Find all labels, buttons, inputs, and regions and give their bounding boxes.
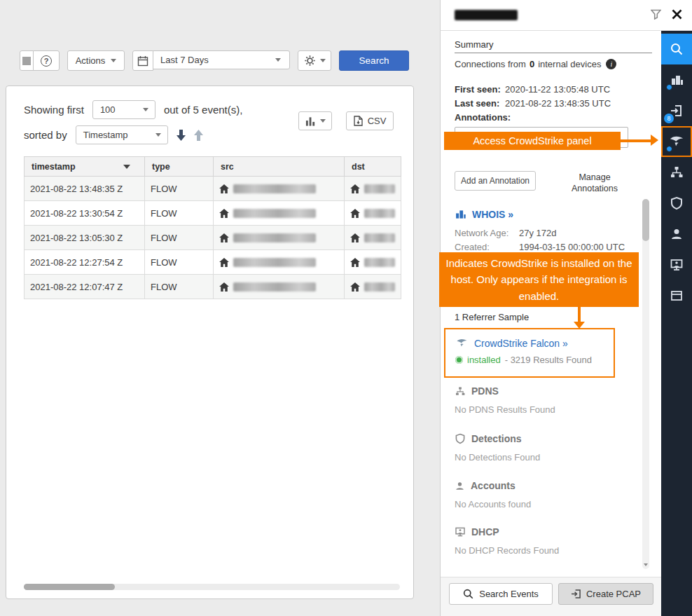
scrollbar-down-button[interactable]	[642, 561, 649, 569]
monitor-icon	[455, 526, 466, 538]
dhcp-section-header[interactable]: DHCP	[455, 526, 499, 538]
column-header-timestamp[interactable]: timestamp	[25, 157, 145, 177]
table-row[interactable]: 2021-08-22 13:30:54 Z FLOW	[25, 201, 401, 226]
table-row[interactable]: 2021-08-22 13:05:30 Z FLOW	[25, 226, 401, 250]
manage-annotations-link[interactable]: Manage Annotations	[567, 172, 623, 195]
chart-view-dropdown[interactable]	[298, 111, 332, 130]
csv-export-button[interactable]: CSV	[346, 111, 394, 130]
scrollbar-thumb[interactable]	[642, 199, 649, 241]
sidebar-crowdstrike-button[interactable]	[661, 126, 692, 157]
horizontal-scrollbar[interactable]	[24, 584, 400, 590]
actions-dropdown[interactable]: Actions	[67, 50, 125, 71]
accounts-section-header[interactable]: Accounts	[455, 480, 515, 491]
window-icon	[670, 289, 684, 303]
table-row[interactable]: 2021-08-22 13:48:35 Z FLOW	[25, 177, 401, 201]
column-header-src[interactable]: src	[214, 157, 345, 177]
shield-icon	[455, 433, 466, 444]
dst-cell	[345, 250, 401, 275]
sidebar-panel-button[interactable]	[661, 280, 692, 311]
person-icon	[670, 227, 684, 241]
created-label: Created:	[455, 242, 519, 252]
installed-status-icon	[455, 356, 463, 364]
sidebar-detections-button[interactable]	[661, 188, 692, 219]
date-range-select[interactable]: Last 7 Days	[153, 50, 290, 69]
sorted-by-label: sorted by	[24, 129, 67, 141]
home-icon	[350, 233, 360, 242]
create-pcap-label: Create PCAP	[586, 589, 641, 599]
connections-prefix: Connections from	[455, 59, 526, 69]
column-header-dst[interactable]: dst	[345, 157, 401, 177]
bar-chart-icon	[305, 116, 316, 126]
network-age-row: Network Age: 27y 172d	[455, 228, 557, 238]
main-toolbar: ? Actions Last 7 Days Search	[20, 50, 409, 71]
whois-link[interactable]: WHOIS »	[472, 209, 513, 220]
sidebar-pdns-button[interactable]	[661, 157, 692, 188]
home-icon	[350, 209, 360, 218]
connections-suffix: internal devices	[538, 59, 601, 69]
type-cell: FLOW	[145, 201, 214, 226]
detections-section-header[interactable]: Detections	[455, 433, 522, 444]
vertical-scrollbar[interactable]	[642, 199, 649, 569]
home-icon	[350, 258, 360, 267]
whois-section-header[interactable]: WHOIS »	[455, 209, 513, 220]
annotations-label: Annotations:	[455, 112, 511, 123]
settings-dropdown[interactable]	[298, 50, 331, 71]
search-button-label: Search	[359, 55, 389, 66]
chevron-down-icon	[644, 563, 648, 566]
filter-funnel-icon[interactable]	[651, 9, 661, 22]
calendar-button[interactable]	[132, 50, 153, 71]
callout-access-crowdstrike: Access CrowdStrike panel	[444, 132, 621, 150]
sidebar-dhcp-button[interactable]	[661, 249, 692, 280]
sort-field-select[interactable]: Timestamp	[76, 125, 168, 144]
sidebar-assets-button[interactable]	[661, 64, 692, 95]
sidebar-accounts-button[interactable]	[661, 219, 692, 249]
help-button[interactable]: ?	[33, 50, 60, 71]
notification-dot-badge	[666, 146, 672, 152]
search-events-button[interactable]: Search Events	[449, 583, 553, 605]
info-icon[interactable]: i	[606, 59, 616, 69]
created-row: Created: 1994-03-15 00:00:00 UTC	[455, 242, 625, 252]
sidebar-search-button[interactable]	[661, 34, 692, 64]
monitor-icon	[670, 258, 684, 272]
column-header-type[interactable]: type	[145, 157, 214, 177]
table-row[interactable]: 2021-08-22 12:27:54 Z FLOW	[25, 250, 401, 275]
create-pcap-button[interactable]: Create PCAP	[558, 583, 653, 605]
dst-cell	[345, 177, 401, 201]
first-seen-row: First seen: 2020-11-22 13:05:48 UTC	[455, 84, 610, 95]
add-annotation-button[interactable]: Add an Annotation	[455, 171, 536, 191]
out-of-events-label: out of 5 event(s),	[164, 104, 243, 116]
callout-arrowhead-down	[574, 322, 585, 329]
search-events-label: Search Events	[479, 589, 539, 599]
pdns-section-header[interactable]: PDNS	[455, 385, 499, 397]
scrollbar-thumb[interactable]	[24, 584, 115, 590]
color-swatch-button[interactable]	[20, 50, 34, 71]
pdns-empty-text: No PDNS Results Found	[455, 404, 555, 415]
redacted-text	[364, 209, 395, 218]
home-icon	[219, 233, 229, 242]
sort-descending-icon[interactable]	[177, 130, 186, 141]
search-button[interactable]: Search	[339, 50, 409, 71]
sort-ascending-icon[interactable]	[194, 130, 203, 141]
table-row[interactable]: 2021-08-22 12:07:47 Z FLOW	[25, 275, 401, 299]
page-size-select[interactable]: 100	[92, 100, 155, 119]
swatch-icon	[22, 57, 31, 65]
close-icon[interactable]	[672, 9, 682, 22]
sitemap-icon	[670, 165, 684, 179]
last-seen-value: 2021-08-22 13:48:35 UTC	[505, 98, 611, 109]
crowdstrike-title-row: CrowdStrike Falcon »	[455, 337, 604, 349]
detail-panel-footer: Search Events Create PCAP	[441, 577, 662, 616]
crowdstrike-falcon-link[interactable]: CrowdStrike Falcon »	[474, 338, 568, 349]
redacted-text	[364, 258, 395, 267]
chevron-down-icon	[143, 108, 148, 111]
table-header-row: timestamp type src dst	[25, 157, 401, 177]
date-range-value: Last 7 Days	[160, 55, 209, 65]
sidebar-sessions-button[interactable]: 8	[661, 95, 692, 126]
timestamp-cell: 2021-08-22 13:05:30 Z	[25, 226, 145, 250]
timestamp-cell: 2021-08-22 12:07:47 Z	[25, 275, 145, 299]
chevron-down-icon	[320, 119, 326, 123]
last-seen-label: Last seen:	[455, 98, 505, 109]
summary-divider	[455, 53, 652, 53]
accounts-empty-text: No Accounts found	[455, 499, 531, 509]
chevron-down-icon	[320, 59, 326, 62]
column-label: type	[152, 162, 170, 172]
